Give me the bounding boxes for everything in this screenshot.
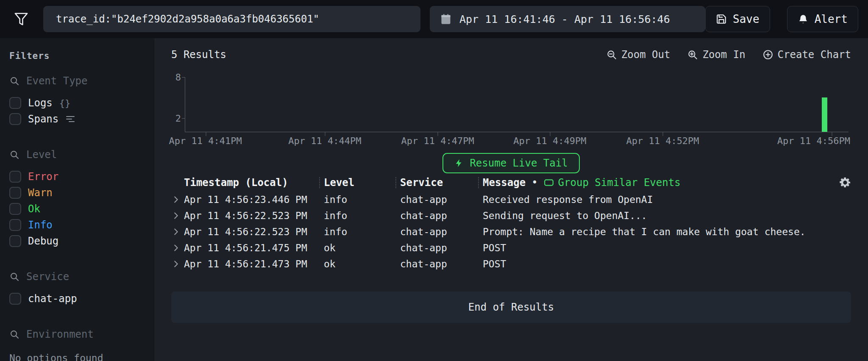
column-header-level: Level: [324, 177, 392, 189]
event-type-filter-input[interactable]: [25, 75, 145, 87]
query-search-box[interactable]: [43, 6, 420, 32]
alert-button-label: Alert: [815, 13, 848, 25]
filter-option-label: Error: [28, 171, 58, 183]
zoom-in-label: Zoom In: [702, 49, 745, 61]
cell-timestamp: Apr 11 4:56:23.446 PM: [184, 194, 315, 205]
cell-service: chat-app: [400, 194, 474, 205]
resume-live-tail-button[interactable]: Resume Live Tail: [442, 153, 579, 173]
histogram-bar[interactable]: [822, 97, 827, 132]
save-button-label: Save: [733, 13, 760, 25]
cell-level: info: [324, 226, 392, 237]
column-header-message: Message: [483, 177, 526, 189]
column-resize-handle[interactable]: [319, 177, 320, 188]
chart-plot-area: 82: [185, 77, 849, 132]
service-options: chat-app: [9, 291, 145, 307]
search-icon: [9, 272, 19, 282]
checkbox-logs[interactable]: [9, 97, 21, 109]
filter-option-label: Ok: [28, 203, 40, 215]
save-button[interactable]: Save: [705, 6, 770, 32]
checkbox-error[interactable]: [9, 171, 21, 183]
y-axis-tick: [182, 77, 185, 78]
level-filter-input[interactable]: [25, 148, 145, 161]
filter-option-info[interactable]: Info: [9, 217, 145, 233]
filter-option-logs[interactable]: Logs{}: [9, 95, 145, 111]
column-header-service: Service: [400, 177, 474, 189]
table-row[interactable]: Apr 11 4:56:22.523 PMinfochat-appSending…: [171, 208, 851, 224]
cell-timestamp: Apr 11 4:56:22.523 PM: [184, 210, 315, 221]
filter-option-debug[interactable]: Debug: [9, 233, 145, 249]
date-range-value: Apr 11 16:41:46 - Apr 11 16:56:46: [459, 13, 670, 25]
table-settings-button[interactable]: [839, 177, 851, 189]
group-similar-events-button[interactable]: Group Similar Events: [544, 177, 681, 189]
service-search[interactable]: [9, 269, 145, 284]
x-axis-tick-label: Apr 11 4:52PM: [626, 136, 699, 146]
x-axis-tick-label: Apr 11 4:49PM: [513, 136, 586, 146]
cell-service: chat-app: [400, 242, 474, 253]
column-resize-handle[interactable]: [395, 177, 396, 188]
checkbox-ok[interactable]: [9, 203, 21, 215]
cell-timestamp: Apr 11 4:56:21.473 PM: [184, 258, 315, 269]
create-chart-label: Create Chart: [778, 49, 851, 61]
filter-option-label: Warn: [28, 187, 53, 199]
filter-funnel-icon: [13, 11, 36, 28]
environment-search[interactable]: [9, 327, 145, 342]
cell-service: chat-app: [400, 258, 474, 269]
level-search[interactable]: [9, 147, 145, 162]
filter-option-label: chat-app: [28, 293, 77, 305]
filter-option-chat-app[interactable]: chat-app: [9, 291, 145, 307]
expand-chevron-icon[interactable]: [171, 195, 184, 204]
x-axis-labels: Apr 11 4:41PMApr 11 4:44PMApr 11 4:47PMA…: [185, 136, 849, 148]
expand-chevron-icon[interactable]: [171, 259, 184, 269]
column-resize-handle[interactable]: [478, 177, 479, 188]
filter-option-warn[interactable]: Warn: [9, 185, 145, 201]
date-range-picker[interactable]: Apr 11 16:41:46 - Apr 11 16:56:46: [430, 6, 705, 32]
zoom-in-icon: [687, 49, 698, 60]
checkbox-spans[interactable]: [9, 113, 21, 125]
zoom-out-button[interactable]: Zoom Out: [606, 49, 670, 61]
event-type-search[interactable]: [9, 74, 145, 88]
results-toolbar: 5 Results Zoom Out Zoom In: [171, 45, 851, 64]
checkbox-info[interactable]: [9, 219, 21, 231]
cell-level: ok: [324, 258, 392, 269]
results-table-body: Apr 11 4:56:23.446 PMinfochat-appReceive…: [171, 192, 851, 272]
search-icon: [9, 150, 19, 160]
braces-icon: {}: [59, 98, 71, 108]
expand-chevron-icon[interactable]: [171, 227, 184, 236]
table-row[interactable]: Apr 11 4:56:23.446 PMinfochat-appReceive…: [171, 192, 851, 208]
log-explorer-app: Apr 11 16:41:46 - Apr 11 16:56:46 Save A…: [0, 0, 868, 361]
x-axis-tick-label: Apr 11 4:41PM: [169, 136, 242, 146]
alert-button[interactable]: Alert: [787, 6, 858, 32]
lightning-icon: [454, 158, 464, 169]
checkbox-chat-app[interactable]: [9, 293, 21, 305]
filter-option-label: Debug: [28, 235, 58, 247]
table-row[interactable]: Apr 11 4:56:21.473 PMokchat-appPOST: [171, 256, 851, 272]
filter-option-ok[interactable]: Ok: [9, 201, 145, 217]
end-of-results-banner: End of Results: [171, 292, 851, 323]
filter-option-error[interactable]: Error: [9, 169, 145, 185]
create-chart-button[interactable]: Create Chart: [762, 49, 851, 61]
checkbox-debug[interactable]: [9, 235, 21, 247]
zoom-in-button[interactable]: Zoom In: [687, 49, 745, 61]
y-axis-tick-label: 2: [175, 113, 181, 123]
environment-filter-input[interactable]: [25, 328, 145, 341]
cell-message: Received response from OpenAI: [483, 194, 834, 205]
group-icon: [544, 178, 554, 187]
table-row[interactable]: Apr 11 4:56:22.523 PMinfochat-appPrompt:…: [171, 224, 851, 240]
results-count: 5 Results: [171, 49, 226, 61]
table-row[interactable]: Apr 11 4:56:21.475 PMokchat-appPOST: [171, 240, 851, 256]
bell-icon: [798, 14, 809, 25]
expand-chevron-icon[interactable]: [171, 243, 184, 253]
events-histogram: 82 Apr 11 4:41PMApr 11 4:44PMApr 11 4:47…: [171, 68, 851, 153]
expand-chevron-icon[interactable]: [171, 211, 184, 220]
cell-message: Sending request to OpenAI...: [483, 210, 834, 221]
cell-service: chat-app: [400, 226, 474, 237]
checkbox-warn[interactable]: [9, 187, 21, 199]
span-list-icon: [65, 115, 75, 123]
filter-option-label: Info: [28, 219, 53, 231]
filters-title: Filters: [9, 51, 145, 61]
query-input[interactable]: [55, 13, 409, 25]
end-of-results-text: End of Results: [468, 301, 554, 313]
service-filter-input[interactable]: [25, 270, 145, 283]
filter-option-spans[interactable]: Spans: [9, 111, 145, 127]
results-table-header: Timestamp (Local) Level Service Message …: [171, 174, 851, 192]
